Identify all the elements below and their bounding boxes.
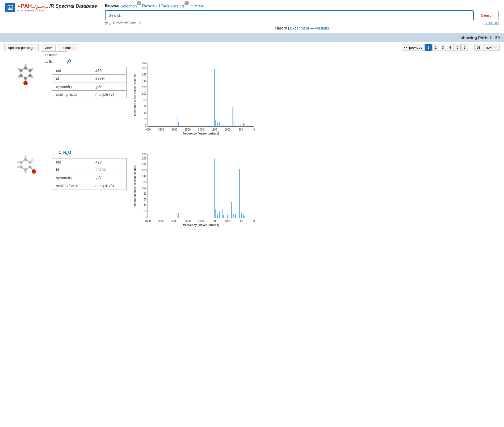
species-checkbox-2[interactable] (52, 151, 56, 155)
scaling-label: scaling factor (52, 91, 92, 98)
table-row: id 23792 (52, 166, 127, 174)
nav-download[interactable]: Download (142, 3, 160, 8)
last-page-button[interactable]: 63 (474, 44, 483, 51)
svg-text:80: 80 (144, 99, 147, 102)
symmetry-value-1: 1-A' (92, 82, 127, 91)
svg-rect-3 (10, 7, 11, 8)
molecule-svg-1 (8, 59, 43, 88)
svg-text:120: 120 (142, 181, 146, 183)
search-input[interactable] (105, 10, 474, 20)
svg-point-26 (18, 76, 20, 78)
page-5-button[interactable]: 5 (454, 44, 461, 51)
id-label: id (52, 74, 92, 82)
svg-rect-1 (8, 6, 12, 7)
view-menu: as icons as list (41, 51, 67, 65)
nav-results[interactable]: Results1 (171, 3, 189, 8)
view-button[interactable]: view (41, 44, 56, 51)
showing-bar: showing PAHs 1 - 50 (0, 33, 504, 42)
selection-button[interactable]: selection (58, 44, 79, 51)
svg-point-25 (31, 76, 33, 78)
svg-text:60: 60 (144, 105, 147, 108)
versions-link[interactable]: Versions (315, 26, 329, 30)
uid-label: uid (52, 67, 92, 74)
svg-text:40: 40 (144, 204, 147, 207)
results-badge: 1 (184, 1, 189, 5)
svg-point-85 (17, 161, 19, 163)
logo-subtitle: Ames Research Center (17, 9, 97, 12)
uid-value-1: 430 (92, 67, 127, 74)
molecule-svg-2 (8, 150, 43, 179)
nav-search-area: Browse Selection5 Download Tools Results… (105, 3, 499, 30)
search-button[interactable]: Search (476, 11, 499, 20)
svg-text:2500: 2500 (185, 128, 191, 131)
svg-text:200: 200 (142, 61, 146, 64)
nav-help[interactable]: Help (195, 3, 203, 8)
species-per-page-button[interactable]: species per page (4, 44, 39, 51)
species-molecule-1 (4, 59, 47, 88)
nav-dash: — (190, 3, 194, 7)
svg-point-84 (17, 166, 19, 168)
svg-text:3000: 3000 (171, 220, 178, 223)
svg-text:500: 500 (239, 128, 243, 131)
view-as-icons[interactable]: as icons (41, 52, 67, 58)
svg-text:80: 80 (144, 192, 147, 195)
svg-text:160: 160 (142, 169, 146, 172)
svg-point-27 (18, 68, 20, 70)
species-chart-2: integrated cross-section [km/mo] frequen… (132, 150, 500, 231)
page-4-button[interactable]: 4 (447, 44, 453, 51)
svg-text:frequency [wavenumbers]: frequency [wavenumbers] (183, 132, 219, 135)
scaling-value-2: multiple (3) (92, 182, 127, 190)
calculator-icon (5, 3, 15, 12)
svg-point-24 (31, 68, 33, 70)
species-chart-1: integrated cross-section [km/mo] frequen… (132, 59, 500, 139)
symmetry-label-2: symmetry (52, 174, 92, 182)
showing-text: showing PAHs 1 - 50 (461, 35, 500, 40)
nav-tools[interactable]: Tools (161, 3, 170, 8)
nav-selection[interactable]: Selection5 (120, 3, 141, 8)
svg-text:0: 0 (145, 216, 146, 219)
page-2-button[interactable]: 2 (432, 44, 439, 51)
advanced-link[interactable]: Advanced (485, 21, 499, 25)
svg-rect-2 (8, 7, 9, 8)
svg-text:1500: 1500 (211, 128, 217, 131)
svg-text:220: 220 (142, 153, 146, 156)
svg-point-82 (24, 156, 27, 158)
svg-point-81 (32, 169, 36, 174)
species-formula-2[interactable]: C6H6O (58, 150, 71, 156)
svg-rect-7 (11, 9, 12, 9)
species-header-2: C6H6O (52, 150, 127, 156)
chart-svg-1: integrated cross-section [km/mo] frequen… (132, 59, 259, 139)
table-row: uid 428 (52, 158, 127, 166)
search-row: Search (105, 10, 499, 20)
svg-text:2500: 2500 (185, 220, 191, 223)
svg-text:0: 0 (145, 124, 146, 127)
svg-text:0: 0 (253, 220, 255, 223)
svg-point-83 (31, 159, 33, 161)
page-1-button[interactable]: 1 (425, 44, 432, 51)
page-3-button[interactable]: 3 (440, 44, 446, 51)
page-6-button[interactable]: 6 (461, 44, 468, 51)
svg-text:3500: 3500 (158, 220, 164, 223)
prev-page-button[interactable]: << previous (402, 44, 425, 51)
id-value-2: 23792 (92, 166, 127, 174)
next-page-button[interactable]: next >> (484, 44, 500, 51)
pagination: << previous 1 2 3 4 5 6 ... 63 next >> (402, 44, 500, 51)
svg-text:120: 120 (142, 86, 146, 89)
svg-text:0: 0 (253, 128, 255, 131)
nav-links: Browse Selection5 Download Tools Results… (105, 3, 499, 8)
view-as-list[interactable]: as list (41, 58, 67, 65)
svg-rect-6 (10, 9, 11, 9)
svg-rect-5 (8, 9, 9, 9)
species-list: C6H6O uid 430 id 23794 symmetry 1-A' sca… (0, 53, 504, 236)
header: ▲ PAH IR Spectral Database Ames Research… (0, 0, 504, 33)
svg-text:40: 40 (144, 111, 147, 114)
nav-browse: Browse (105, 3, 119, 8)
svg-text:3000: 3000 (171, 128, 178, 131)
theory-label: Theory (275, 26, 287, 30)
controls-row: species per page view as icons as list s… (0, 42, 504, 53)
svg-text:2000: 2000 (198, 220, 204, 223)
svg-text:160: 160 (142, 73, 146, 76)
theory-sep2: — (310, 26, 315, 30)
experiment-link[interactable]: Experiment (290, 26, 309, 30)
selection-badge: 5 (137, 1, 141, 5)
